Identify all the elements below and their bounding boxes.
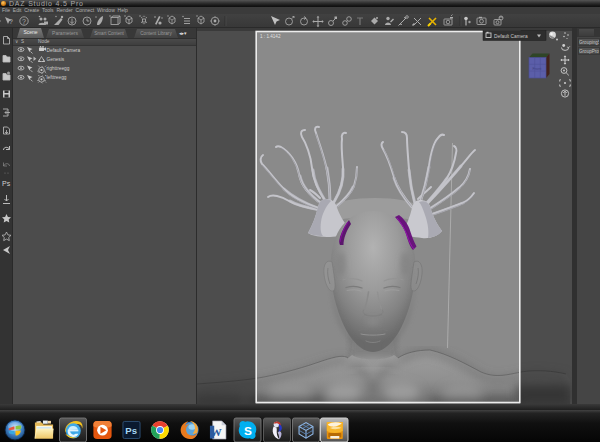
svg-text:?: ?: [22, 18, 26, 25]
svg-text:S: S: [244, 423, 252, 436]
svg-text:Ps: Ps: [2, 180, 11, 187]
svg-text:Ps: Ps: [125, 425, 137, 436]
svg-text:W: W: [210, 426, 222, 438]
svg-text:1 : 1.4142: 1 : 1.4142: [260, 34, 281, 39]
svg-text:?: ?: [9, 18, 13, 25]
svg-text:Default Camera: Default Camera: [494, 34, 528, 39]
svg-text:Front: Front: [533, 67, 543, 71]
